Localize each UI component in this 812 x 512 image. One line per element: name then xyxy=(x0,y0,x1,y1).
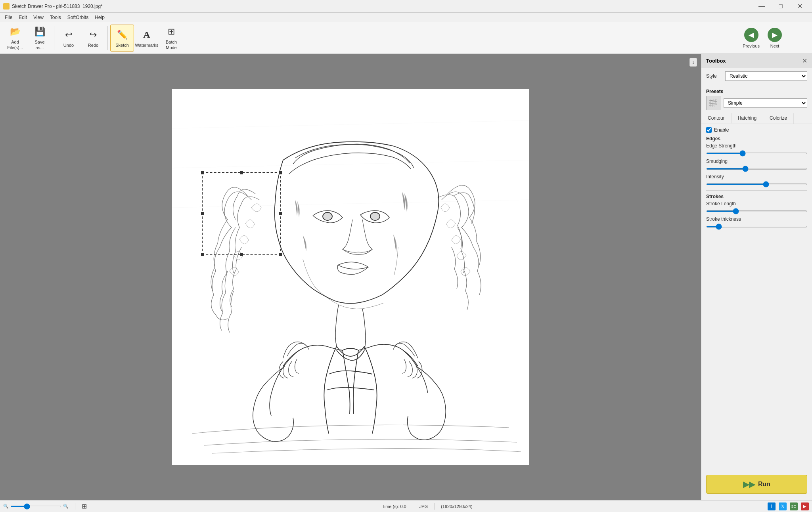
enable-checkbox[interactable] xyxy=(706,127,712,133)
batch-mode-icon: ⊞ xyxy=(165,25,178,38)
add-files-label: AddFile(s)... xyxy=(7,40,23,50)
stroke-thickness-slider[interactable] xyxy=(706,226,807,227)
add-files-button[interactable]: 📂 AddFile(s)... xyxy=(3,25,27,52)
close-button[interactable]: ✕ xyxy=(791,0,809,12)
status-icons: i 𝕏 SO ▶ xyxy=(768,502,809,510)
sketch-button[interactable]: ✏️ Sketch xyxy=(110,25,134,52)
zoom-min-icon: 🔍 xyxy=(3,504,9,509)
maximize-button[interactable]: □ xyxy=(772,0,790,12)
title-bar: Sketch Drawer Pro - girl-511883_1920.jpg… xyxy=(0,0,812,13)
menu-edit[interactable]: Edit xyxy=(15,14,30,21)
toolbox-close-button[interactable]: ✕ xyxy=(802,57,807,65)
enable-label: Enable xyxy=(714,127,729,133)
intensity-slider[interactable] xyxy=(706,183,807,185)
edges-section-title: Edges xyxy=(701,134,812,142)
preset-icon xyxy=(706,96,720,110)
save-as-label: Saveas... xyxy=(34,40,44,50)
strokes-divider xyxy=(706,190,807,191)
presets-section: Simple xyxy=(701,94,812,113)
redo-button[interactable]: ↪ Redo xyxy=(81,25,105,52)
status-format: JPG xyxy=(419,504,428,509)
smudging-label: Smudging xyxy=(706,159,807,164)
title-bar-left: Sketch Drawer Pro - girl-511883_1920.jpg… xyxy=(3,3,103,10)
status-separator-3 xyxy=(434,503,435,510)
svg-point-4 xyxy=(323,212,332,220)
batch-mode-label: BatchMode xyxy=(166,40,177,50)
add-files-icon: 📂 xyxy=(9,25,21,38)
sketch-image xyxy=(172,89,529,465)
minimize-button[interactable]: — xyxy=(753,0,771,12)
next-label: Next xyxy=(770,44,779,48)
watermarks-button[interactable]: A Watermarks xyxy=(135,25,159,52)
enable-row: Enable xyxy=(701,124,812,134)
sketch-canvas[interactable] xyxy=(172,89,529,465)
watermarks-label: Watermarks xyxy=(135,43,159,48)
intensity-label: Intensity xyxy=(706,174,807,180)
toolbar-separator-1 xyxy=(54,26,54,50)
status-icon-youtube[interactable]: ▶ xyxy=(801,502,809,510)
edge-strength-label: Edge Strength xyxy=(706,143,807,149)
toolbar: 📂 AddFile(s)... 💾 Saveas... ↩ Undo ↪ Red… xyxy=(0,22,812,54)
stroke-length-slider[interactable] xyxy=(706,210,807,212)
previous-icon: ◀ xyxy=(744,28,758,42)
watermarks-icon: A xyxy=(140,29,153,41)
nav-buttons: ◀ Previous ▶ Next xyxy=(739,26,785,50)
run-arrow-icon: ▶▶ xyxy=(743,480,755,489)
status-icon-info[interactable]: i xyxy=(768,502,776,510)
status-icon-twitter[interactable]: 𝕏 xyxy=(779,502,787,510)
undo-label: Undo xyxy=(63,43,74,48)
window-title: Sketch Drawer Pro - girl-511883_1920.jpg… xyxy=(12,4,103,9)
menu-view[interactable]: View xyxy=(30,14,47,21)
toolbox-title: Toolbox xyxy=(706,58,726,64)
nav-section: ◀ Previous ▶ Next xyxy=(739,26,785,50)
redo-label: Redo xyxy=(88,43,98,48)
toolbox-panel: Toolbox ✕ Style Realistic Presets xyxy=(701,54,812,500)
sketch-icon: ✏️ xyxy=(116,29,128,41)
style-row: Style Realistic xyxy=(706,71,807,81)
main-area: ↕ Toolbox ✕ Style Realistic Presets xyxy=(0,54,812,500)
edge-strength-slider[interactable] xyxy=(706,153,807,154)
redo-icon: ↪ xyxy=(87,29,100,41)
stroke-thickness-label: Stroke thickness xyxy=(706,216,807,222)
next-button[interactable]: ▶ Next xyxy=(764,26,785,50)
menu-file[interactable]: File xyxy=(2,14,15,21)
presets-select[interactable]: Simple xyxy=(724,98,807,108)
undo-button[interactable]: ↩ Undo xyxy=(57,25,80,52)
save-as-button[interactable]: 💾 Saveas... xyxy=(28,25,52,52)
intensity-row: Intensity xyxy=(701,173,812,189)
previous-label: Previous xyxy=(743,44,760,48)
menu-softorbits[interactable]: SoftOrbits xyxy=(64,14,92,21)
menu-tools[interactable]: Tools xyxy=(47,14,64,21)
title-bar-controls: — □ ✕ xyxy=(753,0,809,12)
status-time: Time (s): 0.0 xyxy=(382,504,406,509)
smudging-row: Smudging xyxy=(701,158,812,173)
save-as-icon: 💾 xyxy=(33,25,46,38)
toolbar-separator-2 xyxy=(107,26,108,50)
bottom-divider xyxy=(706,465,807,465)
tabs-row: Contour Hatching Colorize xyxy=(701,113,812,124)
previous-button[interactable]: ◀ Previous xyxy=(739,26,763,50)
stroke-thickness-row: Stroke thickness xyxy=(701,216,812,231)
run-section: ▶▶ Run xyxy=(701,468,812,500)
svg-rect-0 xyxy=(172,89,529,465)
batch-mode-button[interactable]: ⊞ BatchMode xyxy=(159,25,183,52)
style-label: Style xyxy=(706,73,722,79)
status-mode-icon: ⊞ xyxy=(82,502,87,510)
canvas-area[interactable]: ↕ xyxy=(0,54,701,500)
edge-strength-row: Edge Strength xyxy=(701,142,812,158)
menu-help[interactable]: Help xyxy=(92,14,108,21)
strokes-section-title: Strokes xyxy=(701,192,812,200)
menu-bar: File Edit View Tools SoftOrbits Help xyxy=(0,13,812,22)
style-select[interactable]: Realistic xyxy=(725,71,807,81)
smudging-slider[interactable] xyxy=(706,168,807,170)
zoom-max-icon: 🔍 xyxy=(63,504,69,509)
tab-colorize[interactable]: Colorize xyxy=(763,113,794,124)
next-icon: ▶ xyxy=(768,28,782,42)
run-button[interactable]: ▶▶ Run xyxy=(706,475,807,494)
tab-contour[interactable]: Contour xyxy=(701,113,732,124)
tab-hatching[interactable]: Hatching xyxy=(732,113,763,124)
app-icon xyxy=(3,3,10,10)
zoom-slider[interactable] xyxy=(10,506,61,507)
status-icon-softorbits[interactable]: SO xyxy=(790,502,798,510)
svg-point-5 xyxy=(370,212,380,220)
